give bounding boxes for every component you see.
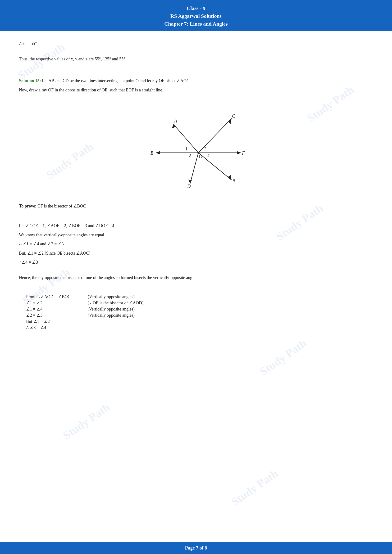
we-know-line: We know that vertically-opposite angles … (19, 231, 373, 239)
svg-text:F: F (242, 150, 245, 156)
proof-right-cell: (Vertically opposite angles) (88, 307, 373, 312)
proof-left-cell: ∠1 = ∠4 (26, 306, 88, 312)
z-value-line: ∴ z° = 55° (19, 40, 373, 47)
proof-row: Proof: ∵∠AOD = ∠BOC(Vertically opposite … (26, 294, 373, 299)
solution15-text: Let AB and CD be the two lines intersect… (41, 78, 190, 83)
svg-text:4: 4 (207, 153, 210, 158)
svg-line-9 (190, 153, 198, 184)
let-angles-line: Let ∠COE = 1, ∠AOE = 2, ∠BOF = 3 and ∠DO… (19, 222, 373, 229)
proof-table: Proof: ∵∠AOD = ∠BOC(Vertically opposite … (26, 294, 373, 330)
proof-left-cell: Proof: ∵∠AOD = ∠BOC (26, 294, 88, 299)
solution15-label: Solution 15: (19, 78, 41, 83)
draw-ray-line: Now, draw a ray OF in the opposite direc… (19, 86, 373, 94)
but1-text: But, ∠1 = ∠2 [Since OE bisects ∠AOC] (19, 251, 90, 256)
svg-marker-13 (156, 151, 160, 154)
diagram-container: A B C D E (19, 101, 373, 195)
to-prove-label: To prove: (19, 204, 36, 208)
let-angles-text: Let ∠COE = 1, ∠AOE = 2, ∠BOF = 3 and ∠DO… (19, 223, 114, 228)
header-line2: RS Aggarwal Solutions (2, 12, 390, 20)
proof-right-cell: (Vertically opposite angles) (88, 294, 373, 299)
svg-text:A: A (174, 118, 177, 123)
proof-left-cell: ∠1 = ∠2 (26, 300, 88, 305)
draw-ray-text: Now, draw a ray OF in the opposite direc… (19, 88, 163, 92)
solution15-block: Solution 15: Let AB and CD be the two li… (19, 77, 373, 94)
we-know-text: We know that vertically-opposite angles … (19, 233, 105, 237)
header-line1: Class - 9 (2, 4, 390, 12)
watermark: Study Path (60, 401, 112, 442)
therefore2-line: ∴∠4 = ∠3 (19, 259, 373, 266)
page-content: Study Path Study Path Study Path Study P… (0, 31, 392, 356)
proof-row: ∠1 = ∠4(Vertically opposite angles) (26, 306, 373, 312)
proof-left-cell: But ∠1 = ∠2 (26, 319, 88, 324)
proof-row: ∠2 = ∠3(Vertically opposite angles) (26, 313, 373, 318)
svg-text:B: B (232, 178, 235, 183)
svg-line-6 (198, 118, 231, 153)
svg-point-18 (197, 152, 199, 154)
thus-line: Thus, the respective values of x, y and … (19, 55, 373, 63)
svg-text:E: E (150, 150, 153, 156)
thus-text: Thus, the respective values of x, y and … (19, 57, 126, 61)
proof-right-cell: (Vertically opposite angles) (88, 313, 373, 318)
proof-left-cell: ∠2 = ∠3 (26, 313, 88, 318)
hence-text: Hence, the ray opposite the bisector of … (19, 275, 195, 280)
footer-text: Page 7 of 8 (185, 545, 207, 550)
therefore1-line: ∴ ∠1 = ∠4 and ∠2 = ∠3 (19, 240, 373, 248)
svg-marker-16 (237, 151, 241, 154)
to-prove-line: To prove: OF is the bisector of ∠BOC (19, 202, 373, 210)
proof-row: ∠1 = ∠2(∵ OE is the bisector of ∠AOD) (26, 300, 373, 305)
svg-text:3: 3 (204, 147, 206, 151)
watermark: Study Path (229, 467, 280, 509)
svg-marker-1 (172, 124, 176, 128)
hence-line: Hence, the ray opposite the bisector of … (19, 274, 373, 281)
svg-text:C: C (232, 113, 235, 119)
geometry-diagram: A B C D E (137, 101, 255, 195)
svg-text:O: O (199, 154, 202, 159)
but1-line: But, ∠1 = ∠2 [Since OE bisects ∠AOC] (19, 250, 373, 257)
z-value-text: ∴ z° = 55° (19, 41, 37, 46)
solution15-intro: Solution 15: Let AB and CD be the two li… (19, 77, 373, 84)
proof-right-cell: (∵ OE is the bisector of ∠AOD) (88, 300, 373, 305)
therefore1-text: ∴ ∠1 = ∠4 and ∠2 = ∠3 (19, 242, 64, 246)
proof-row: ∴ ∠3 = ∠4 (26, 325, 373, 330)
proof-row: But ∠1 = ∠2 (26, 319, 373, 324)
svg-marker-7 (228, 118, 231, 124)
svg-text:1: 1 (185, 147, 188, 151)
svg-text:D: D (187, 184, 191, 189)
header-line3: Chapter 7: Lines and Angles (2, 20, 390, 28)
proof-left-cell: ∴ ∠3 = ∠4 (26, 325, 88, 330)
to-prove-text: OF is the bisector of ∠BOC (36, 204, 86, 208)
page-header: Class - 9 RS Aggarwal Solutions Chapter … (0, 0, 392, 31)
page-footer: Page 7 of 8 (0, 542, 392, 554)
svg-text:2: 2 (189, 153, 191, 158)
svg-line-3 (198, 153, 231, 180)
therefore2-text: ∴∠4 = ∠3 (19, 260, 38, 264)
watermark: Study Path (257, 337, 309, 378)
